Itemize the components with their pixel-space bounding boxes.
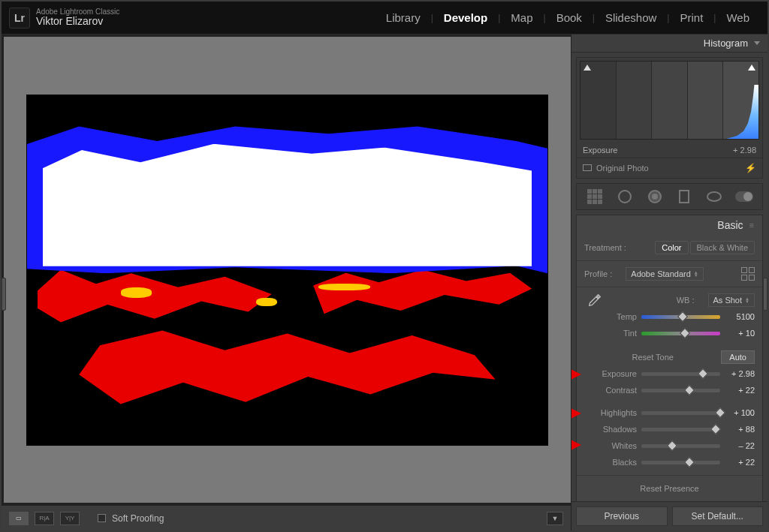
drag-handle-icon: ≡ (749, 221, 755, 230)
shadow-clipping-indicator[interactable] (584, 65, 591, 71)
tint-label: Tint (584, 329, 637, 338)
identity-plate: Adobe Lightroom Classic Viktor Elizarov (36, 8, 119, 27)
set-default-button[interactable]: Set Default... (672, 506, 764, 526)
treatment-color[interactable]: Color (655, 241, 688, 254)
module-develop[interactable]: Develop (433, 11, 498, 24)
histogram-title: Histogram (704, 38, 748, 49)
treatment-label: Treatment : (584, 243, 626, 252)
red-eye-tool[interactable] (645, 187, 665, 206)
profile-dropdown[interactable]: Adobe Standard▲▼ (626, 267, 703, 281)
app-logo: Lr (9, 8, 30, 29)
shadows-label: Shadows (584, 425, 637, 434)
module-library[interactable]: Library (375, 11, 431, 24)
blacks-value[interactable]: + 22 (725, 458, 755, 467)
treatment-bw[interactable]: Black & White (690, 241, 755, 254)
white-balance-picker-icon[interactable] (584, 290, 605, 311)
right-panel-collapse-handle[interactable] (763, 278, 767, 311)
toolbar-options-dropdown[interactable]: ▼ (547, 512, 563, 525)
histogram-graph[interactable] (580, 61, 759, 140)
auto-tone-button[interactable]: Auto (721, 350, 755, 364)
canvas-toolbar: ▭ R|A Y|Y Soft Proofing ▼ (2, 505, 571, 530)
highlights-value[interactable]: + 100 (725, 408, 755, 417)
adjustment-brush-tool[interactable] (734, 187, 754, 206)
annotation-arrow-exposure (571, 368, 581, 380)
original-photo-toggle[interactable]: Original Photo (583, 164, 649, 173)
wb-label: WB : (677, 296, 695, 305)
profile-browser-icon[interactable] (741, 267, 755, 281)
tint-value[interactable]: + 10 (725, 329, 755, 338)
crop-tool[interactable] (585, 187, 605, 206)
module-web[interactable]: Web (716, 11, 760, 24)
contrast-label: Contrast (584, 386, 637, 395)
whites-slider[interactable] (641, 441, 720, 450)
module-slideshow[interactable]: Slideshow (595, 11, 667, 24)
contrast-slider[interactable] (641, 386, 720, 395)
basic-panel-header[interactable]: Basic ≡ (577, 215, 762, 235)
previous-button[interactable]: Previous (576, 506, 668, 526)
module-picker: Library| Develop| Map| Book| Slideshow| … (375, 11, 760, 24)
highlights-slider[interactable] (641, 408, 720, 417)
exposure-value[interactable]: + 2.98 (725, 369, 755, 378)
blacks-slider[interactable] (641, 458, 720, 467)
view-loupe-button[interactable]: ▭ (9, 512, 29, 525)
local-tools-strip (576, 183, 763, 210)
photo-preview (26, 95, 548, 446)
user-name: Viktor Elizarov (36, 16, 119, 27)
blacks-label: Blacks (584, 458, 637, 467)
shadows-slider[interactable] (641, 425, 720, 434)
whites-label: Whites (584, 441, 637, 450)
annotation-arrow-highlights (571, 407, 581, 419)
develop-right-panel: Histogram Exposure + 2.98 Or (571, 35, 767, 530)
histogram-panel-header[interactable]: Histogram (571, 35, 767, 53)
profile-label: Profile : (584, 269, 612, 278)
reset-tone-label[interactable]: Reset Tone (584, 353, 721, 362)
left-panel-expand-handle[interactable] (2, 278, 6, 311)
contrast-value[interactable]: + 22 (725, 386, 755, 395)
spot-removal-tool[interactable] (615, 187, 635, 206)
temp-value[interactable]: 5100 (725, 312, 755, 321)
exposure-label: Exposure (584, 369, 637, 378)
whites-value[interactable]: – 22 (725, 441, 755, 450)
highlight-clipping-indicator[interactable] (748, 65, 755, 71)
reset-presence-label[interactable]: Reset Presence (584, 484, 755, 493)
view-reference-button[interactable]: R|A (35, 512, 54, 525)
temp-label: Temp (584, 312, 637, 321)
module-map[interactable]: Map (500, 11, 543, 24)
shadows-value[interactable]: + 88 (725, 425, 755, 434)
histogram-zone-label: Exposure (583, 146, 617, 155)
soft-proofing-label: Soft Proofing (112, 513, 164, 524)
exposure-slider[interactable] (641, 369, 720, 378)
histogram-panel: Exposure + 2.98 Original Photo ⚡ (576, 57, 763, 179)
highlights-label: Highlights (584, 408, 637, 417)
wb-dropdown[interactable]: As Shot▲▼ (708, 293, 755, 307)
panel-footer: Previous Set Default... (571, 501, 767, 530)
basic-panel: Basic ≡ Treatment : Color Black & White (576, 215, 763, 501)
basic-title: Basic (717, 219, 743, 231)
temp-slider[interactable] (641, 312, 720, 321)
histogram-zone-value: + 2.98 (733, 146, 756, 155)
image-canvas[interactable] (2, 35, 571, 505)
view-before-after-button[interactable]: Y|Y (60, 512, 80, 525)
module-print[interactable]: Print (669, 11, 713, 24)
tint-slider[interactable] (641, 329, 720, 338)
chevron-down-icon (754, 41, 760, 45)
radial-filter-tool[interactable] (704, 187, 724, 206)
annotation-arrow-whites (571, 439, 581, 451)
soft-proofing-checkbox[interactable] (98, 514, 106, 522)
module-book[interactable]: Book (546, 11, 593, 24)
title-bar: Lr Adobe Lightroom Classic Viktor Elizar… (2, 2, 767, 35)
graduated-filter-tool[interactable] (674, 187, 694, 206)
flash-icon[interactable]: ⚡ (745, 163, 756, 173)
